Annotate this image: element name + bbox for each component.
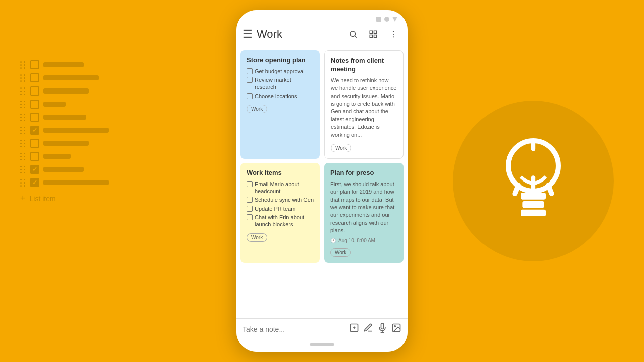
check-box[interactable]: [247, 181, 253, 187]
list-row: [20, 60, 109, 69]
drag-handle[interactable]: [20, 101, 26, 108]
checklist-text: Review market research: [255, 76, 314, 91]
svg-line-1: [515, 185, 518, 194]
list-checkbox[interactable]: [30, 86, 39, 96]
list-checkbox[interactable]: [30, 60, 39, 69]
svg-rect-5: [521, 210, 546, 216]
checklist-text: Email Mario about headcount: [255, 180, 314, 195]
drag-handle[interactable]: [20, 61, 26, 69]
check-box[interactable]: [247, 206, 253, 212]
drag-handle[interactable]: [20, 74, 26, 82]
note-label[interactable]: Work: [247, 233, 267, 242]
checklist-item: Get budget approval: [247, 68, 314, 75]
status-bar: [236, 10, 408, 24]
list-bar: [43, 102, 66, 107]
list-checkbox[interactable]: [30, 100, 39, 109]
note-title: Store opening plan: [247, 56, 314, 65]
svg-rect-10: [370, 31, 372, 33]
checklist-item: Email Mario about headcount: [247, 180, 314, 195]
mic-button[interactable]: [377, 323, 387, 335]
circle-background: [453, 101, 614, 261]
add-list-label: List item: [30, 195, 56, 203]
timestamp-text: Aug 10, 8:00 AM: [338, 238, 375, 243]
checklist-text: Update PR team: [255, 205, 295, 212]
list-bar: [43, 75, 99, 80]
checklist-item: Schedule sync with Gen: [247, 196, 314, 203]
draw-button[interactable]: [363, 323, 373, 335]
search-button[interactable]: [345, 26, 361, 42]
checklist-add-button[interactable]: [349, 323, 359, 335]
svg-rect-12: [370, 35, 372, 38]
list-checkbox[interactable]: [30, 73, 39, 82]
list-bar: [43, 154, 71, 159]
note-body: We need to rethink how we handle user ex…: [331, 77, 397, 139]
check-box[interactable]: [247, 197, 253, 203]
note-checklist: Email Mario about headcount Schedule syn…: [247, 180, 314, 228]
notes-grid: Store opening plan Get budget approval R…: [236, 46, 408, 318]
add-list-item[interactable]: + List item: [20, 193, 109, 204]
svg-rect-3: [521, 193, 546, 199]
list-bar: [43, 128, 109, 133]
wifi-icon: [384, 17, 389, 22]
hamburger-menu-icon[interactable]: ☰: [243, 28, 253, 41]
check-box[interactable]: [247, 77, 253, 83]
drag-handle[interactable]: [20, 140, 26, 147]
drag-handle[interactable]: [20, 127, 26, 134]
add-icon: +: [20, 193, 26, 204]
more-options-button[interactable]: [385, 26, 401, 42]
note-label[interactable]: Work: [247, 105, 267, 113]
list-checkbox-checked[interactable]: [30, 126, 39, 135]
battery-icon: [392, 17, 397, 22]
phone-nav-bar: [236, 339, 408, 352]
list-row: [20, 86, 109, 96]
list-bar: [43, 62, 84, 67]
list-row: [20, 113, 109, 122]
list-bar: [43, 167, 84, 172]
image-button[interactable]: [391, 323, 401, 335]
svg-point-16: [393, 36, 394, 37]
list-bar: [43, 141, 89, 146]
checklist-item: Review market research: [247, 76, 314, 91]
svg-line-9: [355, 36, 356, 37]
checklist-item: Chat with Erin about launch blockers: [247, 214, 314, 228]
note-label[interactable]: Work: [331, 144, 351, 152]
lightbulb-decoration: [453, 101, 614, 261]
lightbulb-icon: [483, 131, 584, 231]
app-bar: ☰ Work: [236, 24, 408, 46]
phone-mockup: ☰ Work Store openin: [236, 10, 408, 352]
check-box[interactable]: [247, 214, 253, 220]
grid-view-button[interactable]: [365, 26, 381, 42]
list-checkbox[interactable]: [30, 139, 39, 148]
note-label[interactable]: Work: [330, 248, 351, 257]
list-checkbox-checked[interactable]: [30, 178, 39, 187]
svg-line-2: [548, 185, 552, 194]
list-bar: [43, 180, 109, 185]
drag-handle[interactable]: [20, 153, 26, 160]
svg-point-15: [393, 34, 394, 35]
note-plan-preso[interactable]: Plan for preso First, we should talk abo…: [324, 163, 404, 263]
note-store-opening[interactable]: Store opening plan Get budget approval R…: [240, 50, 320, 159]
check-box[interactable]: [247, 93, 253, 99]
checklist-item: Choose locations: [247, 93, 314, 100]
home-indicator[interactable]: [310, 343, 334, 346]
list-row: [20, 73, 109, 82]
list-bar: [43, 88, 89, 94]
drag-handle[interactable]: [20, 87, 26, 95]
check-box[interactable]: [247, 68, 253, 74]
list-checkbox-checked[interactable]: [30, 165, 39, 174]
checklist-text: Choose locations: [255, 93, 297, 100]
note-work-items[interactable]: Work Items Email Mario about headcount S…: [240, 163, 320, 263]
note-client-meeting[interactable]: Notes from client meeting We need to ret…: [324, 50, 404, 159]
note-title: Plan for preso: [330, 169, 397, 177]
svg-rect-11: [374, 31, 377, 33]
list-checkbox[interactable]: [30, 113, 39, 122]
take-note-input[interactable]: [243, 325, 347, 333]
drag-handle[interactable]: [20, 114, 26, 121]
signal-icon: [376, 17, 381, 22]
drag-handle[interactable]: [20, 179, 26, 187]
list-checkbox[interactable]: [30, 152, 39, 161]
drag-handle[interactable]: [20, 166, 26, 173]
svg-point-8: [350, 31, 356, 37]
bottom-bar: [236, 318, 408, 339]
list-row: [20, 126, 109, 135]
